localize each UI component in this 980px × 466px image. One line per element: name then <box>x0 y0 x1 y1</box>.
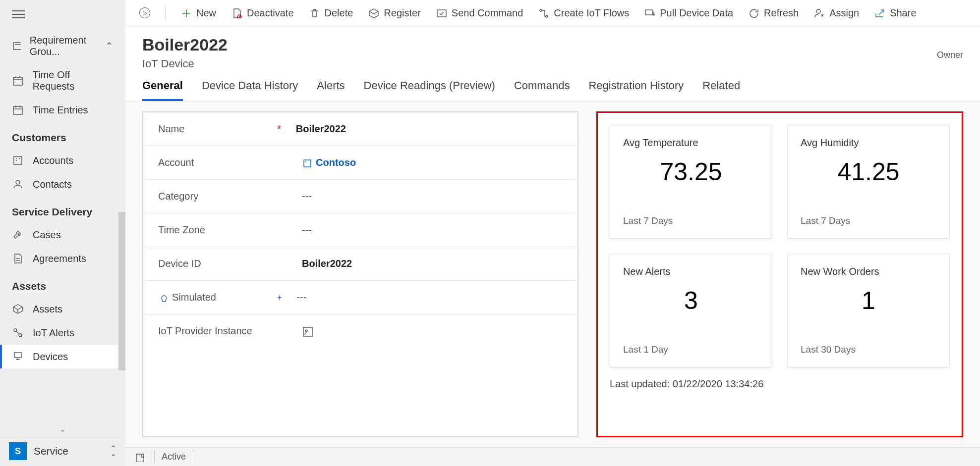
field-timezone[interactable]: Time Zone --- <box>143 213 577 247</box>
cube-icon <box>12 303 24 315</box>
status-bar: Active <box>125 447 980 466</box>
cmd-label: Share <box>890 7 916 19</box>
sidebar-item-assets[interactable]: Assets <box>0 297 125 321</box>
sidebar-scrollbar[interactable] <box>118 212 125 370</box>
new-button[interactable]: New <box>180 7 216 19</box>
cmd-label: Refresh <box>764 7 799 19</box>
register-button[interactable]: Register <box>368 7 420 19</box>
svg-point-29 <box>540 9 542 11</box>
field-name[interactable]: Name * Boiler2022 <box>143 112 577 146</box>
tab-device-data-history[interactable]: Device Data History <box>202 79 298 101</box>
cmd-label: Pull Device Data <box>660 7 733 19</box>
form-fields-panel: Name * Boiler2022 Account Contoso Catego… <box>142 111 578 437</box>
sidebar-item-cases[interactable]: Cases <box>0 223 125 247</box>
note-icon[interactable] <box>134 452 144 462</box>
sidebar-item-requirement-groups[interactable]: Requirement Grou... ⌃ <box>0 29 125 63</box>
card-value: 1 <box>801 286 936 315</box>
cmd-label: Deactivate <box>247 7 294 19</box>
sidebar-item-accounts[interactable]: Accounts <box>0 149 125 172</box>
card-subtitle: Last 7 Days <box>623 215 759 226</box>
pull-device-data-button[interactable]: Pull Device Data <box>644 7 733 19</box>
sidebar-item-label: IoT Alerts <box>33 327 74 339</box>
refresh-icon <box>748 7 759 18</box>
deactivate-button[interactable]: Deactivate <box>231 7 294 19</box>
svg-rect-28 <box>437 10 446 17</box>
nav-list: Requirement Grou... ⌃ Time Off Requests … <box>0 29 125 422</box>
page-title: Boiler2022 <box>142 35 228 54</box>
card-subtitle: Last 7 Days <box>801 215 936 226</box>
svg-point-37 <box>305 330 307 332</box>
sidebar-item-label: Time Entries <box>33 104 88 116</box>
assign-button[interactable]: Assign <box>813 7 859 19</box>
svg-point-14 <box>16 180 20 184</box>
sidebar-item-time-off[interactable]: Time Off Requests <box>0 63 125 98</box>
field-label-text: Simulated <box>172 292 216 303</box>
main-area: ▷ New Deactivate Delete Register Send Co… <box>125 0 980 466</box>
building-icon <box>12 155 24 166</box>
tab-device-readings[interactable]: Device Readings (Preview) <box>364 79 495 101</box>
sidebar-item-label: Devices <box>33 351 68 362</box>
cmd-label: Assign <box>829 7 859 19</box>
nav-section-customers: Customers <box>0 122 125 149</box>
field-device-id[interactable]: Device ID Boiler2022 <box>143 247 577 281</box>
field-iot-provider[interactable]: IoT Provider Instance <box>143 314 577 348</box>
cmd-label: Send Command <box>452 7 523 19</box>
card-value: 41.25 <box>801 157 936 186</box>
field-account[interactable]: Account Contoso <box>143 146 577 180</box>
delete-button[interactable]: Delete <box>309 7 353 19</box>
person-icon <box>12 178 24 190</box>
tab-general[interactable]: General <box>142 79 183 101</box>
field-value: Boiler2022 <box>302 258 352 269</box>
refresh-button[interactable]: Refresh <box>748 7 799 19</box>
card-avg-humidity[interactable]: Avg Humidity 41.25 Last 7 Days <box>787 125 950 239</box>
field-label: Time Zone <box>158 224 277 236</box>
field-label: Simulated <box>158 292 277 303</box>
sidebar-item-contacts[interactable]: Contacts <box>0 172 125 196</box>
svg-point-32 <box>816 9 820 13</box>
caret-down-icon[interactable]: ⌄ <box>0 422 125 436</box>
field-value <box>302 326 313 337</box>
command-bar: ▷ New Deactivate Delete Register Send Co… <box>125 0 980 26</box>
go-back-button[interactable]: ▷ <box>139 7 150 18</box>
tab-alerts[interactable]: Alerts <box>317 79 345 101</box>
send-command-button[interactable]: Send Command <box>436 7 523 19</box>
device-icon <box>12 351 24 362</box>
alert-icon <box>12 327 24 339</box>
trash-icon <box>309 7 320 18</box>
sidebar-item-agreements[interactable]: Agreements <box>0 247 125 270</box>
cmd-label: Delete <box>325 7 353 19</box>
summary-tiles-panel: Avg Temperature 73.25 Last 7 Days Avg Hu… <box>596 111 963 437</box>
sidebar-item-label: Agreements <box>33 253 86 264</box>
deactivate-icon <box>231 7 242 18</box>
field-simulated[interactable]: Simulated + --- <box>143 281 577 314</box>
sidebar-item-iot-alerts[interactable]: IoT Alerts <box>0 321 125 345</box>
required-indicator: * <box>277 123 281 135</box>
card-new-alerts[interactable]: New Alerts 3 Last 1 Day <box>610 254 772 367</box>
app-name-label: Service <box>34 445 68 457</box>
building-icon <box>302 158 312 168</box>
field-label: Device ID <box>158 258 277 269</box>
create-iot-flows-button[interactable]: Create IoT Flows <box>538 7 629 19</box>
card-new-work-orders[interactable]: New Work Orders 1 Last 30 Days <box>787 254 950 367</box>
tab-related[interactable]: Related <box>702 79 740 101</box>
card-title: New Alerts <box>623 266 759 277</box>
hamburger-menu-button[interactable] <box>0 0 125 29</box>
card-title: Avg Humidity <box>801 137 936 149</box>
field-label: IoT Provider Instance <box>158 325 277 337</box>
card-value: 3 <box>623 286 759 315</box>
tab-commands[interactable]: Commands <box>514 79 570 101</box>
sidebar-item-time-entries[interactable]: Time Entries <box>0 98 125 122</box>
app-switcher[interactable]: S Service ⌃⌄ <box>0 436 125 466</box>
account-link[interactable]: Contoso <box>302 157 356 168</box>
tab-list: General Device Data History Alerts Devic… <box>125 73 980 102</box>
sidebar-item-devices[interactable]: Devices <box>0 345 125 368</box>
field-category[interactable]: Category --- <box>143 180 577 213</box>
share-button[interactable]: Share <box>874 7 916 19</box>
tab-registration-history[interactable]: Registration History <box>588 79 684 101</box>
document-icon <box>12 253 24 264</box>
card-icon <box>12 40 21 52</box>
assign-icon <box>813 7 824 18</box>
send-icon <box>436 7 447 18</box>
card-avg-temperature[interactable]: Avg Temperature 73.25 Last 7 Days <box>610 125 772 239</box>
status-value[interactable]: Active <box>154 451 193 463</box>
